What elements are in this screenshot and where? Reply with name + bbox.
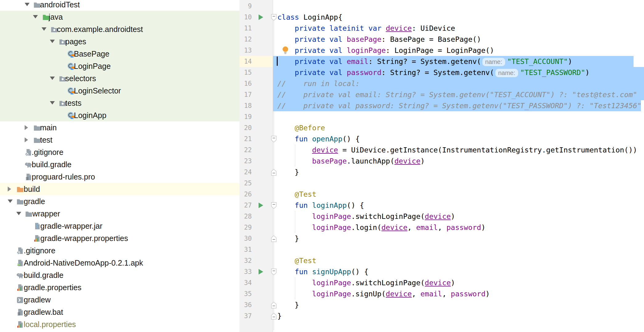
chevron-collapsed-icon[interactable] (25, 137, 28, 142)
line-number-32[interactable]: 32 (239, 255, 252, 266)
code-line-21[interactable]: fun openApp() { (277, 133, 360, 144)
line-number-26[interactable]: 26 (239, 189, 252, 200)
code-line-10[interactable]: class LoginApp{ (277, 12, 342, 23)
line-number-29[interactable]: 29 (239, 222, 252, 233)
code-line-34[interactable]: loginPage.switchLoginPage(device) (277, 277, 455, 288)
tree-item-build[interactable]: build (0, 183, 239, 195)
chevron-expanded-icon[interactable] (16, 212, 21, 215)
line-number-19[interactable]: 19 (239, 111, 252, 122)
tree-item-tests[interactable]: tests (0, 97, 239, 109)
tree-item-selectors[interactable]: selectors (0, 72, 239, 85)
fold-start-icon[interactable] (271, 136, 277, 143)
run-test-icon[interactable] (259, 269, 263, 275)
code-line-22[interactable]: device = UiDevice.getInstance(Instrument… (277, 144, 637, 156)
line-number-23[interactable]: 23 (239, 156, 252, 167)
line-number-14[interactable]: 14 (239, 56, 252, 67)
fold-start-icon[interactable] (271, 202, 277, 209)
fold-end-icon[interactable] (271, 313, 277, 320)
fold-end-icon[interactable] (271, 235, 277, 242)
chevron-collapsed-icon[interactable] (25, 125, 28, 130)
tree-item-pages[interactable]: pages (0, 35, 239, 48)
code-line-23[interactable]: basePage.launchApp(device) (277, 156, 425, 167)
fold-end-icon[interactable] (271, 169, 277, 176)
tree-item-wrapper[interactable]: wrapper (0, 208, 239, 220)
code-line-12[interactable]: private val basePage: BasePage = BasePag… (277, 34, 481, 45)
line-number-24[interactable]: 24 (239, 167, 252, 178)
code-line-16[interactable]: // run in local: (277, 78, 360, 89)
tree-item-androidtest[interactable]: androidTest (0, 0, 239, 11)
code-line-35[interactable]: loginPage.signUp(device, email, password… (277, 288, 490, 299)
line-number-36[interactable]: 36 (239, 299, 252, 310)
run-test-icon[interactable] (259, 14, 263, 20)
tree-item-basepage[interactable]: BasePage (0, 48, 239, 60)
tree-item-build-gradle[interactable]: build.gradle (0, 158, 239, 171)
code-line-32[interactable]: @Test (277, 255, 316, 266)
line-number-25[interactable]: 25 (239, 178, 252, 189)
tree-item-main[interactable]: main (0, 121, 239, 134)
line-number-17[interactable]: 17 (239, 89, 252, 100)
tree-item-java[interactable]: java (0, 11, 239, 23)
line-number-16[interactable]: 16 (239, 78, 252, 89)
fold-end-icon[interactable] (271, 302, 277, 309)
code-line-24[interactable]: } (277, 167, 299, 178)
code-line-37[interactable]: } (277, 310, 282, 322)
tree-item-proguard-rules-pro[interactable]: proguard-rules.pro (0, 171, 239, 183)
tree-item-loginapp[interactable]: LoginApp (0, 109, 239, 121)
code-line-18[interactable]: // private val password: String? = Syste… (277, 100, 642, 111)
tree-item-gradlew[interactable]: gradlew (0, 294, 239, 306)
code-line-33[interactable]: fun signUpApp() { (277, 266, 368, 277)
tree-item-gradle-wrapper-properties[interactable]: gradle-wrapper.properties (0, 232, 239, 244)
chevron-expanded-icon[interactable] (25, 3, 30, 6)
line-number-9[interactable]: 9 (239, 1, 252, 12)
line-number-22[interactable]: 22 (239, 144, 252, 156)
code-line-30[interactable]: } (277, 233, 299, 244)
code-line-27[interactable]: fun loginApp() { (277, 200, 364, 211)
line-number-27[interactable]: 27 (239, 200, 252, 211)
code-line-26[interactable]: @Test (277, 189, 316, 200)
tree-item-gradle-wrapper-jar[interactable]: gradle-wrapper.jar (0, 220, 239, 232)
line-number-35[interactable]: 35 (239, 288, 252, 299)
line-number-12[interactable]: 12 (239, 34, 252, 45)
line-number-11[interactable]: 11 (239, 23, 252, 34)
chevron-expanded-icon[interactable] (8, 200, 13, 203)
code-line-17[interactable]: // private val email: String? = System.g… (277, 89, 637, 100)
line-number-13[interactable]: 13 (239, 45, 252, 56)
line-number-34[interactable]: 34 (239, 277, 252, 288)
run-test-icon[interactable] (259, 203, 263, 208)
code-line-11[interactable]: private lateinit var device: UiDevice (277, 23, 455, 34)
line-number-33[interactable]: 33 (239, 266, 252, 277)
tree-item-loginselector[interactable]: LoginSelector (0, 85, 239, 97)
code-editor[interactable]: 910class LoginApp{11 private lateinit va… (239, 0, 644, 332)
code-line-20[interactable]: @Before (277, 122, 325, 133)
chevron-expanded-icon[interactable] (50, 40, 55, 43)
line-number-31[interactable]: 31 (239, 244, 252, 255)
line-number-10[interactable]: 10 (239, 12, 252, 23)
chevron-expanded-icon[interactable] (33, 15, 38, 18)
chevron-expanded-icon[interactable] (50, 77, 55, 80)
tree-item-build-gradle[interactable]: build.gradle (0, 269, 239, 281)
tree-item-gradlew-bat[interactable]: gradlew.bat (0, 306, 239, 318)
tree-item-com-example-androidtest[interactable]: com.example.androidtest (0, 23, 239, 35)
code-line-13[interactable]: private val loginPage: LoginPage = Login… (277, 45, 494, 56)
code-line-15[interactable]: private val password: String? = System.g… (277, 67, 590, 78)
chevron-collapsed-icon[interactable] (8, 187, 11, 192)
code-line-36[interactable]: } (277, 299, 299, 310)
tree-item-android-nativedemoapp-0-2-1-apk[interactable]: Android-NativeDemoApp-0.2.1.apk (0, 257, 239, 269)
chevron-expanded-icon[interactable] (50, 101, 55, 105)
tree-item-gradle[interactable]: gradle (0, 195, 239, 208)
line-number-20[interactable]: 20 (239, 122, 252, 133)
line-number-30[interactable]: 30 (239, 233, 252, 244)
line-number-21[interactable]: 21 (239, 133, 252, 144)
chevron-expanded-icon[interactable] (42, 27, 46, 31)
fold-start-icon[interactable] (271, 268, 277, 275)
line-number-18[interactable]: 18 (239, 100, 252, 111)
tree-item--gitignore[interactable]: .gitignore (0, 146, 239, 158)
code-line-29[interactable]: loginPage.login(device, email, password) (277, 222, 485, 233)
code-line-14[interactable]: private val email: String? = System.gete… (277, 56, 572, 67)
tree-item-gradle-properties[interactable]: gradle.properties (0, 281, 239, 294)
fold-start-icon[interactable] (271, 14, 277, 21)
tree-item-local-properties[interactable]: local.properties (0, 318, 239, 330)
line-number-15[interactable]: 15 (239, 67, 252, 78)
line-number-28[interactable]: 28 (239, 211, 252, 222)
line-number-37[interactable]: 37 (239, 310, 252, 322)
